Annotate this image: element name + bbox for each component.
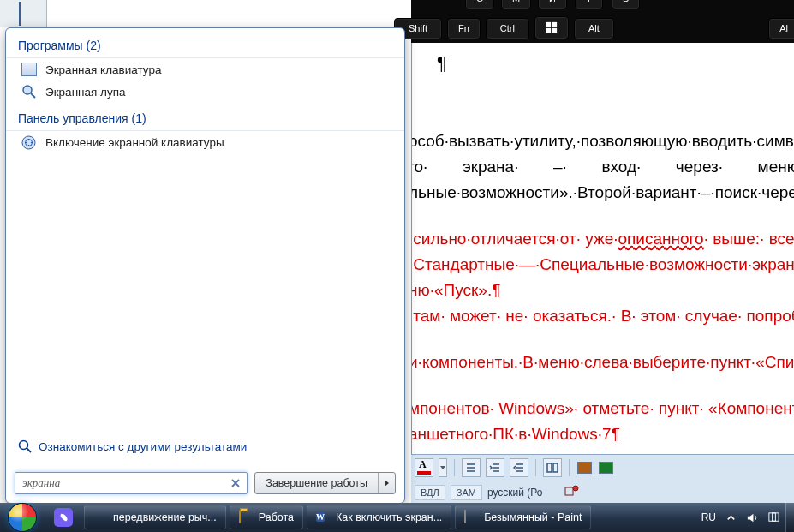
record-macro-icon[interactable] — [564, 485, 580, 497]
svg-rect-15 — [773, 512, 776, 520]
task-label: Работа — [259, 511, 294, 523]
start-menu-search-panel: Программы (2) Экранная клавиатура Экранн… — [5, 27, 405, 504]
doc-line: го· экрана· –· вход· через· меню — [411, 154, 794, 180]
svg-rect-5 — [553, 463, 558, 472]
more-results-link[interactable]: Ознакомиться с другими результатами — [6, 431, 404, 462]
status-language[interactable]: русский (Ро — [487, 487, 543, 499]
result-label: Экранная клавиатура — [45, 63, 161, 76]
svg-rect-3 — [552, 28, 557, 33]
doc-line: аншетного·ПК·в·Windows·7¶ — [411, 421, 794, 447]
ruler-fragment — [0, 0, 47, 27]
document-page: ¶ особ·вызвать·утилиту,·позволяющую·ввод… — [411, 43, 794, 495]
keyboard-photo: Shift С М И Т Ь Fn Ctrl Alt Al — [411, 0, 794, 43]
list-button[interactable] — [462, 458, 481, 477]
task-paint[interactable]: Безымянный - Paint — [455, 505, 591, 529]
shutdown-label: Завершение работы — [255, 473, 378, 493]
svg-point-10 — [22, 136, 35, 149]
key-fn: Fn — [447, 18, 481, 39]
key-letter: М — [501, 0, 531, 9]
status-overwrite[interactable]: ЗАМ — [451, 485, 482, 500]
system-tray: RU — [696, 503, 785, 532]
word-icon: W — [316, 512, 325, 522]
result-enable-osk[interactable]: Включение экранной клавиатуры — [6, 131, 404, 153]
task-label: передвижение рыч... — [113, 511, 217, 523]
task-word[interactable]: W Как включить экран... — [307, 505, 451, 529]
svg-point-7 — [573, 486, 578, 491]
key-letter: И — [538, 0, 567, 9]
task-label: Как включить экран... — [336, 511, 442, 523]
start-button[interactable] — [0, 503, 45, 532]
volume-icon[interactable] — [746, 511, 759, 524]
svg-rect-1 — [552, 22, 557, 27]
key-letter: Ь — [612, 0, 640, 9]
svg-line-13 — [27, 449, 32, 453]
shutdown-menu-arrow[interactable] — [378, 473, 395, 493]
doc-line: ·там· может· не· оказаться.· В· этом· сл… — [411, 303, 794, 329]
status-insert[interactable]: ВДЛ — [415, 485, 445, 500]
action-center-icon[interactable] — [767, 511, 780, 524]
pinned-viber[interactable] — [45, 503, 82, 532]
doc-line: ·сильно·отличается·от· уже·описанного· в… — [411, 226, 794, 252]
paint-icon — [464, 510, 466, 523]
magnifier-icon — [21, 85, 37, 99]
keyboard-icon — [21, 63, 37, 76]
svg-rect-6 — [565, 487, 573, 495]
svg-point-12 — [20, 441, 28, 450]
svg-rect-0 — [546, 22, 551, 27]
folder-icon — [239, 510, 241, 523]
doc-line: льные·возможности».·Второй·вариант·–·пои… — [411, 180, 794, 206]
word-status-bar: ВДЛ ЗАМ русский (Ро — [411, 481, 794, 504]
search-input[interactable] — [15, 472, 248, 494]
svg-point-8 — [23, 86, 32, 94]
task-label: Безымянный - Paint — [484, 511, 582, 523]
start-orb-icon — [9, 504, 36, 531]
doc-line: ню·«Пуск».¶ — [411, 278, 794, 303]
doc-line: и·компоненты.·В·меню·слева·выберите·пунк… — [411, 350, 794, 375]
key-win — [534, 16, 569, 39]
font-color-button[interactable] — [415, 458, 433, 477]
key-alt-right: Al — [768, 18, 794, 39]
section-programs: Программы (2) — [6, 28, 404, 58]
doc-line: особ·вызвать·утилиту,·позволяющую·вводит… — [411, 129, 794, 154]
result-label: Включение экранной клавиатуры — [45, 136, 224, 149]
section-control-panel: Панель управления (1) — [6, 103, 404, 131]
task-explorer[interactable]: Работа — [230, 505, 303, 529]
indent-button[interactable] — [486, 458, 504, 477]
key-ctrl: Ctrl — [486, 18, 529, 39]
font-color-dropdown[interactable] — [439, 458, 447, 477]
key-alt: Alt — [574, 18, 614, 39]
start-bottom-row: Завершение работы — [6, 463, 404, 503]
search-field-wrapper — [15, 472, 248, 494]
doc-line: ·Стандартные·—·Специальные·возможности·э… — [411, 252, 794, 278]
result-onscreen-keyboard[interactable]: Экранная клавиатура — [6, 58, 404, 81]
result-magnifier[interactable]: Экранная лупа — [6, 81, 404, 103]
key-letter: С — [465, 0, 494, 9]
word-toolbar: ВДЛ ЗАМ русский (Ро — [411, 454, 794, 504]
ease-of-access-icon — [21, 135, 37, 149]
tray-language[interactable]: RU — [701, 511, 716, 523]
svg-rect-4 — [547, 463, 552, 472]
shutdown-button[interactable]: Завершение работы — [254, 472, 396, 494]
windows-icon — [546, 21, 558, 33]
svg-line-9 — [31, 93, 35, 98]
document-body: особ·вызвать·утилиту,·позволяющую·вводит… — [411, 129, 794, 495]
clear-search-button[interactable] — [229, 476, 242, 490]
viber-icon — [54, 508, 73, 527]
svg-rect-2 — [546, 28, 551, 33]
tray-arrow-icon[interactable] — [725, 511, 737, 524]
show-desktop-button[interactable] — [785, 503, 794, 532]
window-switch-b[interactable] — [599, 462, 613, 474]
taskbar: передвижение рыч... Работа W Как включит… — [0, 503, 794, 532]
key-letter: Т — [575, 0, 603, 9]
search-icon — [18, 439, 32, 453]
doc-line: мпонентов· Windows»· отметьте· пункт· «К… — [411, 396, 794, 421]
svg-rect-14 — [769, 512, 779, 520]
outdent-button[interactable] — [510, 458, 528, 477]
columns-button[interactable] — [543, 458, 562, 477]
task-chrome[interactable]: передвижение рыч... — [84, 505, 226, 529]
window-switch-a[interactable] — [577, 462, 592, 474]
result-label: Экранная лупа — [45, 86, 126, 99]
pilcrow-mark: ¶ — [437, 52, 447, 75]
